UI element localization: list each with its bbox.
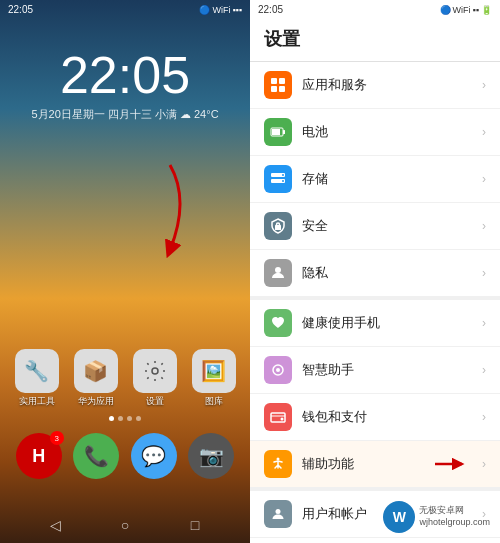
settings-item-privacy[interactable]: 隐私 › <box>250 250 500 296</box>
huawei-badge: 3 <box>50 431 64 445</box>
watermark-line2: wjhotelgroup.com <box>419 517 490 529</box>
dock-huawei[interactable]: H 3 <box>16 433 62 479</box>
settings-item-assistant[interactable]: 智慧助手 › <box>250 347 500 394</box>
settings-item-battery[interactable]: 电池 › <box>250 109 500 156</box>
left-signal-icons: 🔵 WiFi ▪▪▪ <box>199 5 242 15</box>
svg-point-12 <box>282 180 284 182</box>
security-icon <box>264 212 292 240</box>
bt-icon: 🔵 <box>199 5 210 15</box>
right-signal-icons: 🔵 WiFi ▪▪ 🔋 <box>440 5 492 15</box>
settings-item-apps[interactable]: 应用和服务 › <box>250 62 500 109</box>
watermark-logo: W <box>383 501 415 533</box>
watermark-text: 无极安卓网 wjhotelgroup.com <box>419 505 490 528</box>
svg-rect-3 <box>279 78 285 84</box>
svg-rect-2 <box>271 78 277 84</box>
left-status-bar: 22:05 🔵 WiFi ▪▪▪ <box>0 0 250 19</box>
svg-rect-18 <box>271 413 285 422</box>
settings-item-storage[interactable]: 存储 › <box>250 156 500 203</box>
health-chevron: › <box>482 316 486 330</box>
settings-item-accessibility[interactable]: 辅助功能 › <box>250 441 500 487</box>
settings-item-health[interactable]: 健康使用手机 › <box>250 300 500 347</box>
right-wifi-icon: WiFi <box>453 5 471 15</box>
svg-point-14 <box>277 223 280 226</box>
left-big-time: 22:05 <box>0 49 250 101</box>
app-label-appgallery: 华为应用 <box>78 395 114 408</box>
settings-title: 设置 <box>250 19 500 62</box>
bottom-dock: H 3 📞 💬 📷 <box>10 429 240 483</box>
watermark: W 无极安卓网 wjhotelgroup.com <box>383 501 490 533</box>
app-dock-area: 🔧 实用工具 📦 华为应用 设置 🖼️ 图库 <box>0 349 250 483</box>
battery-icon <box>264 118 292 146</box>
dot-active <box>109 416 114 421</box>
app-icon-gallery[interactable]: 🖼️ <box>192 349 236 393</box>
svg-point-20 <box>277 458 280 461</box>
signal-icon: ▪▪▪ <box>232 5 242 15</box>
settings-item-wallet[interactable]: 钱包和支付 › <box>250 394 500 441</box>
svg-point-17 <box>276 368 280 372</box>
apps-label: 应用和服务 <box>302 76 482 94</box>
red-arrow-right <box>430 454 470 474</box>
health-label: 健康使用手机 <box>302 314 482 332</box>
svg-point-23 <box>276 509 281 514</box>
svg-rect-7 <box>283 130 285 134</box>
assistant-label: 智慧助手 <box>302 361 482 379</box>
wallet-icon <box>264 403 292 431</box>
dock-message[interactable]: 💬 <box>131 433 177 479</box>
storage-icon <box>264 165 292 193</box>
app-icon-settings[interactable] <box>133 349 177 393</box>
apps-icon <box>264 71 292 99</box>
dock-camera[interactable]: 📷 <box>188 433 234 479</box>
list-item[interactable]: 🖼️ 图库 <box>187 349 240 408</box>
right-panel: 22:05 🔵 WiFi ▪▪ 🔋 设置 应用和服务 › <box>250 0 500 543</box>
app-icon-appgallery[interactable]: 📦 <box>74 349 118 393</box>
right-signal: ▪▪ <box>473 5 479 15</box>
right-status-bar: 22:05 🔵 WiFi ▪▪ 🔋 <box>250 0 500 19</box>
app-label-tools: 实用工具 <box>19 395 55 408</box>
settings-item-hms[interactable]: HMS HMS Core › <box>250 538 500 543</box>
dot-3 <box>136 416 141 421</box>
nav-back[interactable]: ◁ <box>45 515 65 535</box>
app-label-settings: 设置 <box>146 395 164 408</box>
app-grid: 🔧 实用工具 📦 华为应用 设置 🖼️ 图库 <box>10 349 240 408</box>
battery-label: 电池 <box>302 123 482 141</box>
watermark-line1: 无极安卓网 <box>419 505 490 517</box>
nav-home[interactable]: ○ <box>115 515 135 535</box>
accessibility-icon <box>264 450 292 478</box>
wallet-chevron: › <box>482 410 486 424</box>
health-icon <box>264 309 292 337</box>
dock-dots <box>10 416 240 421</box>
battery-chevron: › <box>482 125 486 139</box>
app-icon-tools[interactable]: 🔧 <box>15 349 59 393</box>
watermark-logo-letter: W <box>393 509 406 525</box>
nav-recent[interactable]: □ <box>185 515 205 535</box>
svg-point-19 <box>281 418 284 421</box>
nav-bar-left: ◁ ○ □ <box>0 515 250 535</box>
privacy-chevron: › <box>482 266 486 280</box>
app-label-gallery: 图库 <box>205 395 223 408</box>
wifi-icon: WiFi <box>212 5 230 15</box>
apps-chevron: › <box>482 78 486 92</box>
settings-section-2: 健康使用手机 › 智慧助手 › 钱包和支付 › <box>250 300 500 487</box>
accessibility-chevron: › <box>482 457 486 471</box>
security-chevron: › <box>482 219 486 233</box>
settings-section-1: 应用和服务 › 电池 › 存储 › <box>250 62 500 296</box>
dot-1 <box>118 416 123 421</box>
storage-label: 存储 <box>302 170 482 188</box>
settings-item-security[interactable]: 安全 › <box>250 203 500 250</box>
list-item[interactable]: 📦 华为应用 <box>69 349 122 408</box>
list-item[interactable]: 🔧 实用工具 <box>10 349 63 408</box>
settings-list: 应用和服务 › 电池 › 存储 › <box>250 62 500 543</box>
wallet-label: 钱包和支付 <box>302 408 482 426</box>
assistant-icon <box>264 356 292 384</box>
svg-rect-4 <box>271 86 277 92</box>
dock-phone[interactable]: 📞 <box>73 433 119 479</box>
svg-point-1 <box>152 368 158 374</box>
right-bt-icon: 🔵 <box>440 5 451 15</box>
svg-rect-5 <box>279 86 285 92</box>
list-item[interactable]: 设置 <box>128 349 181 408</box>
svg-rect-8 <box>272 129 280 135</box>
privacy-label: 隐私 <box>302 264 482 282</box>
storage-chevron: › <box>482 172 486 186</box>
account-icon <box>264 500 292 528</box>
arrow-indicator <box>140 160 200 260</box>
